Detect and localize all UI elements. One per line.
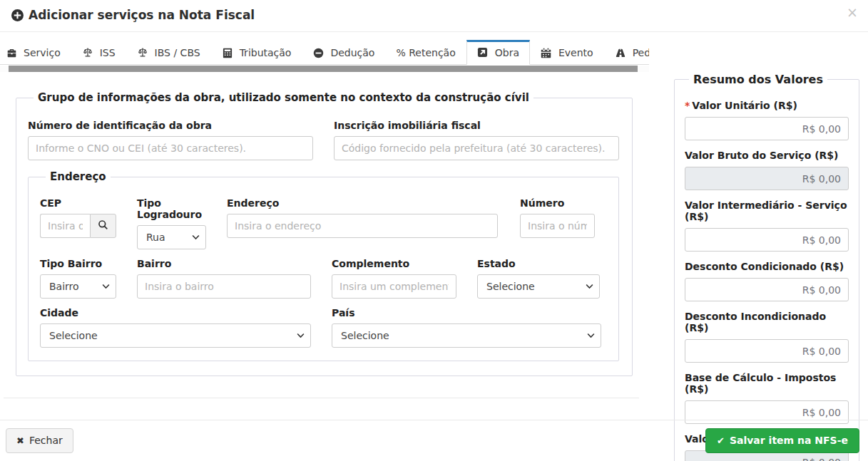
cep-search-button[interactable] (90, 214, 116, 238)
tab-label: ISS (100, 47, 116, 58)
tab-label: % Retenção (396, 47, 455, 58)
resumo-fieldset: Resumo dos Valores *Valor Unitário (R$) … (674, 73, 859, 461)
desconto-condicionado-label: Desconto Condicionado (R$) (685, 261, 849, 272)
tab-ibs-cbs[interactable]: IBS / CBS (126, 40, 211, 64)
valor-intermediario-input[interactable] (685, 228, 849, 252)
tab-obra[interactable]: Obra (466, 40, 530, 65)
minus-circle-icon (312, 47, 324, 58)
search-icon (98, 219, 108, 232)
modal-footer: ✖ Fechar ✔ Salvar item na NFS-e (0, 420, 868, 461)
tab-label: Obra (495, 47, 519, 58)
tabs-horizontal-scrollbar[interactable] (0, 66, 649, 72)
complemento-label: Complemento (332, 258, 456, 269)
tipo-bairro-select[interactable]: Bairro (40, 274, 116, 299)
scrollbar-thumb[interactable] (9, 66, 638, 72)
required-asterisk: * (685, 100, 690, 111)
numero-label: Número (520, 197, 595, 209)
cidade-label: Cidade (40, 307, 311, 318)
tabs-bar: Serviço ISS IBS / CBS Tributação Dedução (0, 40, 649, 72)
tab-label: Evento (558, 47, 593, 58)
numero-input[interactable] (520, 214, 595, 238)
modal-header: Adicionar serviços na Nota Fiscal × (0, 0, 868, 32)
desconto-condicionado-input[interactable] (685, 278, 849, 301)
tipo-logradouro-label: Tipo Logradouro (137, 197, 206, 220)
road-icon (615, 47, 626, 58)
inscricao-imobiliaria-label: Inscrição imobiliária fiscal (334, 120, 619, 131)
tab-label: Serviço (24, 47, 61, 58)
modal-title-text: Adicionar serviços na Nota Fiscal (29, 8, 255, 22)
estado-label: Estado (477, 258, 600, 269)
calculator-icon (222, 47, 233, 58)
desconto-incondicionado-input[interactable] (685, 339, 849, 363)
base-calculo-group: Base de Cálculo - Impostos (R$) (685, 372, 849, 424)
summary-panel: Resumo dos Valores *Valor Unitário (R$) … (674, 73, 859, 461)
check-icon: ✔ (717, 435, 725, 447)
desconto-incondicionado-label: Desconto Incondicionado (R$) (685, 311, 849, 333)
tab-label: IBS / CBS (155, 47, 200, 58)
fechar-button-label: Fechar (29, 435, 63, 447)
tab-list: Serviço ISS IBS / CBS Tributação Dedução (0, 40, 649, 65)
pais-select[interactable]: Selecione (332, 323, 601, 348)
pais-label: País (332, 307, 601, 318)
bairro-input[interactable] (137, 274, 311, 299)
obra-fieldset: Grupo de informações da obra, utilizado … (16, 91, 633, 376)
tipo-logradouro-select[interactable]: Rua (137, 225, 206, 249)
briefcase-icon (6, 47, 17, 58)
tab-servico[interactable]: Serviço (0, 40, 71, 64)
numero-identificacao-label: Número de identificação da obra (28, 120, 313, 131)
numero-identificacao-input[interactable] (28, 136, 313, 160)
x-icon: ✖ (16, 435, 24, 447)
tab-label: Tributação (240, 47, 292, 58)
fechar-button[interactable]: ✖ Fechar (6, 428, 73, 453)
valor-unitario-label: *Valor Unitário (R$) (685, 100, 849, 111)
inscricao-imobiliaria-input[interactable] (334, 136, 619, 160)
tab-label: Pedágio (633, 47, 649, 58)
base-calculo-label: Base de Cálculo - Impostos (R$) (685, 372, 849, 395)
calendar-icon (541, 47, 552, 58)
content-divider (4, 398, 639, 398)
valor-bruto-input (685, 167, 849, 190)
endereco-input[interactable] (227, 214, 498, 238)
tab-deducao[interactable]: Dedução (302, 40, 385, 64)
salvar-item-button[interactable]: ✔ Salvar item na NFS-e (705, 428, 859, 453)
plus-circle-icon (11, 9, 24, 21)
endereco-fieldset: Endereço CEP Tipo Log (28, 170, 619, 361)
cidade-select[interactable]: Selecione (40, 323, 311, 348)
valor-intermediario-group: Valor Intermediário - Serviço (R$) (685, 200, 849, 252)
endereco-fieldset-legend: Endereço (46, 170, 111, 183)
modal-body: Serviço ISS IBS / CBS Tributação Dedução (0, 33, 868, 420)
valor-bruto-group: Valor Bruto do Serviço (R$) (685, 150, 849, 190)
tab-panel-obra: Grupo de informações da obra, utilizado … (0, 73, 649, 398)
bairro-label: Bairro (137, 258, 311, 269)
tab-evento[interactable]: Evento (530, 40, 604, 64)
estado-select[interactable]: Selecione (477, 274, 600, 299)
desconto-condicionado-group: Desconto Condicionado (R$) (685, 261, 849, 301)
valor-unitario-input[interactable] (685, 117, 849, 140)
tab-tributacao[interactable]: Tributação (211, 40, 302, 64)
resumo-fieldset-legend: Resumo dos Valores (689, 73, 827, 86)
tipo-bairro-label: Tipo Bairro (40, 258, 116, 269)
cep-label: CEP (40, 197, 116, 209)
salvar-button-label: Salvar item na NFS-e (730, 435, 848, 447)
balance-scale-icon (137, 47, 148, 58)
tab-retencao[interactable]: % Retenção (385, 40, 466, 64)
complemento-input[interactable] (332, 274, 456, 299)
external-link-square-icon (477, 47, 489, 58)
cep-input[interactable] (40, 214, 90, 238)
balance-scale-icon (82, 47, 93, 58)
valor-unitario-group: *Valor Unitário (R$) (685, 100, 849, 140)
tab-pedagio[interactable]: Pedágio (604, 40, 649, 64)
add-service-modal: Adicionar serviços na Nota Fiscal × Serv… (0, 0, 868, 461)
valor-bruto-label: Valor Bruto do Serviço (R$) (685, 150, 849, 161)
tab-label: Dedução (330, 47, 374, 58)
modal-title: Adicionar serviços na Nota Fiscal (11, 8, 857, 22)
desconto-incondicionado-group: Desconto Incondicionado (R$) (685, 311, 849, 363)
endereco-label: Endereço (227, 197, 498, 209)
tab-iss[interactable]: ISS (71, 40, 126, 64)
obra-fieldset-legend: Grupo de informações da obra, utilizado … (34, 91, 533, 104)
valor-intermediario-label: Valor Intermediário - Serviço (R$) (685, 200, 849, 222)
close-icon[interactable]: × (847, 6, 858, 19)
